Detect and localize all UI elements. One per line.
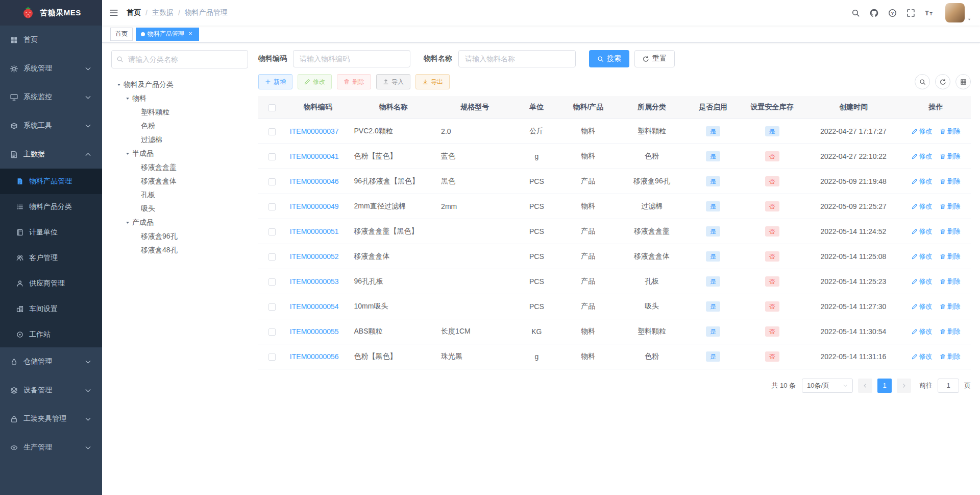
tree-node[interactable]: 过滤棉 [111, 133, 248, 147]
github-icon[interactable] [870, 9, 878, 17]
tree-expand-icon[interactable] [123, 220, 132, 225]
delete-row-button[interactable]: 删除 [940, 227, 961, 236]
delete-button[interactable]: 删除 [337, 74, 371, 89]
page-size-select[interactable]: 10条/页 [802, 379, 853, 393]
tree-node[interactable]: 物料 [111, 91, 248, 105]
row-checkbox[interactable] [268, 153, 276, 160]
sidebar-item-workshop[interactable]: 车间设置 [0, 296, 102, 322]
font-size-icon[interactable]: TT [925, 9, 934, 17]
material-code-link[interactable]: ITEM00000055 [290, 327, 339, 336]
tree-node[interactable]: 孔板 [111, 188, 248, 202]
sidebar-item-measure-unit[interactable]: 计量单位 [0, 220, 102, 245]
code-filter-input[interactable] [293, 50, 410, 67]
reset-button[interactable]: 重置 [634, 50, 675, 67]
breadcrumb-item[interactable]: 主数据 [152, 8, 174, 17]
brand[interactable]: 苦糖果MES [0, 0, 102, 26]
tree-node[interactable]: 移液盒96孔 [111, 229, 248, 243]
help-icon[interactable]: ? [888, 9, 897, 17]
next-page-button[interactable] [897, 379, 911, 393]
sidebar-item-warehouse[interactable]: 仓储管理 [0, 347, 102, 376]
row-checkbox[interactable] [268, 228, 276, 235]
delete-row-button[interactable]: 删除 [940, 352, 961, 361]
user-menu[interactable] [945, 3, 972, 22]
delete-row-button[interactable]: 删除 [940, 177, 961, 186]
delete-row-button[interactable]: 删除 [940, 202, 961, 211]
edit-row-button[interactable]: 修改 [912, 152, 933, 161]
toggle-search-button[interactable] [915, 74, 930, 89]
sidebar-item-customer[interactable]: 客户管理 [0, 245, 102, 271]
tag-首页[interactable]: 首页 [110, 28, 133, 41]
edit-row-button[interactable]: 修改 [912, 352, 933, 361]
material-code-link[interactable]: ITEM00000054 [290, 302, 339, 311]
fullscreen-icon[interactable] [906, 9, 915, 17]
tree-node[interactable]: 吸头 [111, 202, 248, 216]
category-search-input[interactable] [111, 50, 248, 68]
sidebar-item-equipment[interactable]: 设备管理 [0, 376, 102, 405]
columns-button[interactable] [955, 74, 971, 89]
hamburger-icon[interactable] [109, 8, 118, 17]
sidebar-item-system[interactable]: 系统管理 [0, 54, 102, 83]
tag-物料产品管理[interactable]: 物料产品管理× [136, 28, 199, 41]
edit-row-button[interactable]: 修改 [912, 252, 933, 261]
edit-row-button[interactable]: 修改 [912, 202, 933, 211]
edit-row-button[interactable]: 修改 [912, 277, 933, 286]
delete-row-button[interactable]: 删除 [940, 152, 961, 161]
sidebar-item-supplier[interactable]: 供应商管理 [0, 271, 102, 296]
sidebar-item-workstation[interactable]: 工作站 [0, 322, 102, 347]
material-code-link[interactable]: ITEM00000052 [290, 252, 339, 261]
material-code-link[interactable]: ITEM00000049 [290, 202, 339, 210]
delete-row-button[interactable]: 删除 [940, 252, 961, 261]
delete-row-button[interactable]: 删除 [940, 327, 961, 336]
sidebar-item-home[interactable]: 首页 [0, 26, 102, 54]
row-checkbox[interactable] [268, 278, 276, 286]
delete-row-button[interactable]: 删除 [940, 302, 961, 311]
tree-expand-icon[interactable] [123, 96, 132, 101]
search-icon[interactable] [851, 9, 860, 17]
material-code-link[interactable]: ITEM00000056 [290, 352, 339, 361]
row-checkbox[interactable] [268, 178, 276, 185]
tree-node[interactable]: 移液盒盒盖 [111, 160, 248, 174]
material-code-link[interactable]: ITEM00000046 [290, 177, 339, 185]
tree-node[interactable]: 移液盒盒体 [111, 174, 248, 188]
row-checkbox[interactable] [268, 203, 276, 210]
material-code-link[interactable]: ITEM00000041 [290, 152, 339, 160]
row-checkbox[interactable] [268, 253, 276, 261]
tree-node[interactable]: 色粉 [111, 119, 248, 133]
tree-node[interactable]: 移液盒48孔 [111, 243, 248, 257]
tree-expand-icon[interactable] [114, 82, 124, 87]
add-button[interactable]: 新增 [258, 74, 292, 89]
name-filter-input[interactable] [458, 50, 576, 67]
sidebar-item-material-category[interactable]: 物料产品分类 [0, 194, 102, 220]
tree-node[interactable]: 产成品 [111, 216, 248, 229]
material-code-link[interactable]: ITEM00000051 [290, 227, 339, 235]
close-icon[interactable]: × [187, 31, 194, 38]
material-code-link[interactable]: ITEM00000037 [290, 127, 339, 135]
tree-expand-icon[interactable] [123, 151, 132, 156]
export-button[interactable]: 导出 [415, 74, 450, 89]
prev-page-button[interactable] [858, 379, 872, 393]
row-checkbox[interactable] [268, 328, 276, 336]
sidebar-item-monitor[interactable]: 系统监控 [0, 83, 102, 111]
sidebar-item-material-manage[interactable]: 物料产品管理 [0, 169, 102, 194]
sidebar-item-tools[interactable]: 系统工具 [0, 111, 102, 140]
delete-row-button[interactable]: 删除 [940, 127, 961, 136]
page-number-1[interactable]: 1 [877, 379, 892, 393]
refresh-table-button[interactable] [935, 74, 950, 89]
edit-row-button[interactable]: 修改 [912, 177, 933, 186]
row-checkbox[interactable] [268, 128, 276, 135]
goto-page-input[interactable] [938, 379, 959, 393]
row-checkbox[interactable] [268, 303, 276, 311]
sidebar-item-fixture[interactable]: 工装夹具管理 [0, 405, 102, 433]
tree-node[interactable]: 塑料颗粒 [111, 105, 248, 119]
import-button[interactable]: 导入 [376, 74, 410, 89]
select-all-checkbox[interactable] [268, 104, 276, 111]
sidebar-item-master-data[interactable]: 主数据 [0, 140, 102, 169]
delete-row-button[interactable]: 删除 [940, 277, 961, 286]
tree-node[interactable]: 物料及产品分类 [111, 78, 248, 91]
edit-button[interactable]: 修改 [298, 74, 332, 89]
breadcrumb-item[interactable]: 首页 [127, 8, 141, 17]
edit-row-button[interactable]: 修改 [912, 227, 933, 236]
edit-row-button[interactable]: 修改 [912, 327, 933, 336]
material-code-link[interactable]: ITEM00000053 [290, 277, 339, 286]
search-button[interactable]: 搜索 [589, 50, 629, 67]
